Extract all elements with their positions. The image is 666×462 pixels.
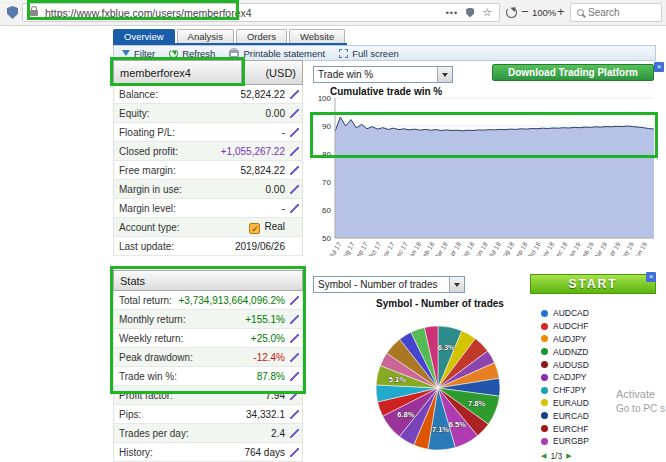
table-row: Trades per day: 2.4 <box>113 424 303 443</box>
download-trading-platform-button[interactable]: Download Trading Platform <box>492 64 654 81</box>
row-label: Weekly return: <box>119 333 183 344</box>
row-value: - <box>176 203 290 214</box>
svg-text:Dec 17: Dec 17 <box>392 241 409 256</box>
svg-text:Jan 18: Jan 18 <box>406 241 422 256</box>
row-value: 2019/06/26 <box>174 241 290 252</box>
trade-win-select-value: Trade win % <box>314 69 437 80</box>
svg-text:Nov 17: Nov 17 <box>379 241 396 256</box>
row-label: Monthly return: <box>119 314 186 325</box>
history-chart-icon[interactable] <box>290 128 299 137</box>
legend-item: AUDCAD <box>541 307 589 320</box>
page-actions-icon[interactable]: ••• <box>446 8 458 18</box>
account-currency: (USD) <box>241 60 303 85</box>
account-summary-table: memberforex4 (USD) Balance: 52,824.22 Eq… <box>113 60 303 256</box>
table-row: Peak drawdown: -12.4% <box>113 348 303 367</box>
svg-text:5.1%: 5.1% <box>389 375 406 384</box>
row-label: Trade win %: <box>119 371 177 382</box>
search-input[interactable] <box>588 7 648 18</box>
history-chart-icon[interactable] <box>290 147 299 156</box>
filter-button[interactable]: Filter <box>122 48 155 59</box>
row-label: Free margin: <box>119 165 176 176</box>
history-chart-icon[interactable] <box>290 372 299 381</box>
printable-statement-button[interactable]: Printable statement <box>229 48 325 59</box>
history-chart-icon[interactable] <box>290 448 299 457</box>
legend-label: EURAUD <box>553 398 589 408</box>
svg-text:Mar 18: Mar 18 <box>432 240 449 256</box>
prev-page-icon[interactable]: ◀ <box>541 452 546 460</box>
permissions-shield-icon[interactable] <box>466 8 474 18</box>
history-chart-icon[interactable] <box>290 391 299 400</box>
account-name: memberforex4 <box>113 60 242 85</box>
trade-win-select[interactable]: Trade win % <box>313 66 453 83</box>
legend-dot <box>541 361 548 368</box>
url-bar[interactable]: https://www.fxblue.com/users/memberforex… <box>22 3 500 22</box>
site-tabs: Overview Analysis Orders Website <box>113 29 347 45</box>
url-text: https://www.fxblue.com/users/memberforex… <box>45 7 252 19</box>
row-value: 0.00 <box>182 184 290 195</box>
legend-label: AUDCHF <box>553 321 588 331</box>
svg-text:7.1%: 7.1% <box>432 425 449 434</box>
real-account-checkbox[interactable]: ✓ <box>249 223 260 234</box>
history-chart-icon[interactable] <box>290 353 299 362</box>
row-value: 2.4 <box>189 428 290 439</box>
history-chart-icon[interactable] <box>290 90 299 99</box>
legend-label: EURGBP <box>553 436 589 446</box>
legend-item: EURGBP <box>541 435 589 448</box>
pie-chart-title: Symbol - Number of trades <box>340 298 540 309</box>
history-chart-icon[interactable] <box>290 410 299 419</box>
legend-dot <box>541 310 548 317</box>
legend-item: AUDUSD <box>541 358 589 371</box>
row-label: Closed profit: <box>119 146 178 157</box>
svg-text:Mar 19: Mar 19 <box>592 240 609 256</box>
browser-window: https://www.fxblue.com/users/memberforex… <box>0 0 666 462</box>
ad-close-icon[interactable]: × <box>654 62 664 72</box>
history-chart-icon[interactable] <box>290 334 299 343</box>
tab-website[interactable]: Website <box>289 29 345 43</box>
table-row: Free margin: 52,824.22 <box>113 161 303 180</box>
history-chart-icon[interactable] <box>290 204 299 213</box>
tab-overview[interactable]: Overview <box>113 29 175 43</box>
row-value: 34,332.1 <box>141 409 290 420</box>
history-chart-icon[interactable] <box>290 109 299 118</box>
row-value: +155.1% <box>186 314 290 325</box>
history-chart-icon[interactable] <box>290 315 299 324</box>
row-value: 764 days <box>153 447 290 458</box>
lock-icon[interactable] <box>30 10 38 16</box>
refresh-button[interactable]: Refresh <box>169 48 215 59</box>
svg-text:60: 60 <box>322 206 331 215</box>
svg-text:50: 50 <box>322 234 331 243</box>
table-row: Last update: 2019/06/26 <box>113 237 303 256</box>
svg-text:Jun 18: Jun 18 <box>472 241 488 256</box>
row-value: +1,055,267.22 <box>178 146 290 157</box>
start-ad-button[interactable]: START <box>530 274 656 294</box>
next-page-icon[interactable]: ▶ <box>566 452 571 460</box>
reload-icon[interactable] <box>506 7 517 18</box>
history-chart-icon[interactable] <box>290 185 299 194</box>
row-value: 0.00 <box>150 108 290 119</box>
ad-close-icon[interactable]: × <box>646 272 656 282</box>
legend-label: AUDJPY <box>553 334 587 344</box>
table-row: Closed profit: +1,055,267.22 <box>113 142 303 161</box>
full-screen-button[interactable]: Full screen <box>339 48 398 59</box>
symbol-select[interactable]: Symbol - Number of trades <box>313 276 465 293</box>
legend-dot <box>541 399 548 406</box>
zoom-in-button[interactable]: + <box>557 4 565 19</box>
tab-analysis[interactable]: Analysis <box>177 29 234 43</box>
svg-text:6.8%: 6.8% <box>397 410 414 419</box>
row-label: Pips: <box>119 409 141 420</box>
history-chart-icon[interactable] <box>290 166 299 175</box>
legend-label: EURCAD <box>553 411 589 421</box>
bookmark-star-icon[interactable]: ☆ <box>482 7 492 18</box>
zoom-out-button[interactable]: − <box>521 4 529 19</box>
watermark-line2: Go to PC s <box>616 402 665 416</box>
cumulative-trade-win-chart: 1009080706050Jul 17Aug 17Sep 17Oct 17Nov… <box>313 84 658 256</box>
tracking-protection-shield-icon[interactable] <box>7 6 18 19</box>
legend-dot <box>541 438 548 445</box>
tab-orders[interactable]: Orders <box>236 29 287 43</box>
legend-label: AUDCAD <box>553 308 589 318</box>
history-chart-icon[interactable] <box>290 296 299 305</box>
legend-item: EURAUD <box>541 397 589 410</box>
history-chart-icon[interactable] <box>290 429 299 438</box>
zoom-level[interactable]: 100% <box>532 7 556 18</box>
browser-search-box[interactable] <box>570 3 662 22</box>
